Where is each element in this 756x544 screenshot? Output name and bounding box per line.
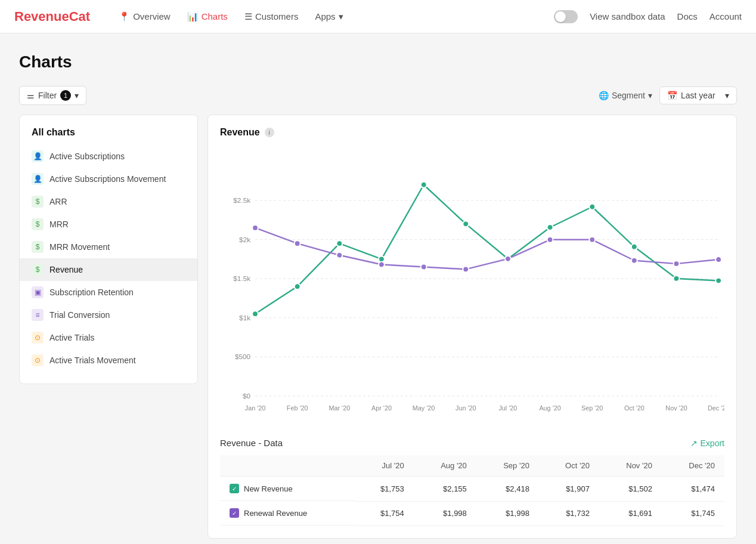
- sidebar-item-label: Active Trials Movement: [49, 356, 136, 365]
- chart-header: Revenue i: [220, 127, 724, 138]
- filter-icon: ⚌: [27, 91, 35, 100]
- view-sandbox-link[interactable]: View sandbox data: [590, 11, 665, 21]
- data-header: Revenue - Data ↗ Export: [220, 438, 724, 448]
- export-button[interactable]: ↗ Export: [690, 438, 724, 448]
- svg-text:$500: $500: [235, 353, 251, 361]
- svg-point-26: [336, 240, 342, 246]
- filter-button[interactable]: ⚌ Filter 1 ▾: [19, 86, 86, 105]
- table-cell: $1,474: [662, 477, 724, 502]
- svg-text:Jun '20: Jun '20: [456, 404, 476, 412]
- page-title: Charts: [19, 52, 737, 72]
- nav-customers[interactable]: ☰ Customers: [244, 11, 299, 22]
- svg-point-43: [547, 237, 553, 243]
- toolbar-right: 🌐 Segment ▾ 📅 Last year ▾: [599, 86, 737, 104]
- svg-point-34: [674, 276, 680, 282]
- sidebar-item-label: Revenue: [49, 265, 83, 274]
- nav-docs[interactable]: Docs: [677, 11, 698, 21]
- table-header: Dec '20: [662, 455, 724, 477]
- nav-account[interactable]: Account: [709, 11, 742, 21]
- customers-icon: ☰: [244, 11, 252, 22]
- toggle-knob: [555, 11, 566, 22]
- sidebar-item-active-trials-movement[interactable]: ⊙Active Trials Movement: [20, 349, 197, 372]
- chart-icon: 📊: [187, 11, 199, 22]
- sidebar-item-label: MRR Movement: [49, 242, 110, 252]
- sidebar-item-icon-trial-conversion: ≡: [32, 309, 44, 321]
- sidebar-item-revenue[interactable]: $Revenue: [20, 258, 197, 281]
- data-section: Revenue - Data ↗ Export Jul '20Aug '20Se…: [220, 438, 724, 526]
- svg-text:Apr '20: Apr '20: [371, 404, 392, 412]
- sandbox-toggle[interactable]: [554, 10, 578, 23]
- sidebar-item-icon-active-subscriptions-movement: 👤: [32, 173, 44, 185]
- table-row: ✓New Revenue$1,753$2,155$2,418$1,907$1,5…: [220, 477, 724, 502]
- svg-point-44: [589, 237, 595, 243]
- brand-logo[interactable]: RevenueCat: [14, 9, 90, 24]
- svg-text:$2k: $2k: [239, 236, 250, 244]
- svg-point-47: [715, 256, 721, 262]
- filter-badge: 1: [60, 90, 71, 101]
- row-checkbox[interactable]: ✓: [230, 484, 239, 493]
- svg-text:Feb '20: Feb '20: [287, 404, 308, 412]
- svg-point-35: [715, 278, 721, 284]
- table-cell: $1,754: [354, 501, 414, 526]
- table-cell: $1,732: [539, 501, 599, 526]
- sidebar-item-active-subscriptions-movement[interactable]: 👤Active Subscriptions Movement: [20, 168, 197, 190]
- svg-point-25: [295, 283, 300, 289]
- sidebar-item-trial-conversion[interactable]: ≡Trial Conversion: [20, 304, 197, 326]
- table-header: [220, 455, 354, 477]
- data-table: Jul '20Aug '20Sep '20Oct '20Nov '20Dec '…: [220, 455, 724, 526]
- checkmark-icon: ✓: [232, 486, 237, 492]
- date-select[interactable]: 📅 Last year ▾: [659, 86, 737, 104]
- svg-point-46: [674, 261, 680, 267]
- table-header: Oct '20: [539, 455, 599, 477]
- toolbar: ⚌ Filter 1 ▾ 🌐 Segment ▾ 📅 Last year ▾: [19, 86, 737, 105]
- location-icon: 📍: [119, 11, 130, 22]
- navbar: RevenueCat 📍 Overview 📊 Charts ☰ Custome…: [0, 0, 756, 33]
- svg-point-29: [463, 221, 469, 227]
- filter-chevron-icon: ▾: [75, 91, 79, 100]
- sidebar-item-subscription-retention[interactable]: ▣Subscription Retention: [20, 281, 197, 304]
- chart-container: $0$500$1k$1.5k$2k$2.5kJan '20Feb '20Mar …: [220, 147, 724, 424]
- sidebar-item-icon-mrr-movement: $: [32, 241, 44, 253]
- svg-text:Sep '20: Sep '20: [581, 404, 603, 412]
- sidebar-item-label: ARR: [49, 197, 67, 206]
- nav-overview[interactable]: 📍 Overview: [119, 11, 171, 22]
- row-checkbox[interactable]: ✓: [230, 508, 239, 518]
- nav-apps[interactable]: Apps ▾: [315, 11, 343, 22]
- sidebar-items-list: 👤Active Subscriptions👤Active Subscriptio…: [20, 145, 197, 372]
- sidebar-item-mrr-movement[interactable]: $MRR Movement: [20, 236, 197, 258]
- export-icon: ↗: [690, 438, 698, 448]
- svg-text:Oct '20: Oct '20: [624, 404, 645, 412]
- main-layout: All charts 👤Active Subscriptions👤Active …: [19, 115, 737, 539]
- sidebar-item-icon-mrr: $: [32, 218, 44, 230]
- sidebar-item-active-subscriptions[interactable]: 👤Active Subscriptions: [20, 145, 197, 168]
- table-row-label: ✓New Revenue: [220, 477, 354, 501]
- sidebar-item-label: Active Subscriptions Movement: [49, 174, 166, 184]
- table-header: Jul '20: [354, 455, 414, 477]
- sidebar-item-icon-revenue: $: [32, 264, 44, 276]
- svg-text:Aug '20: Aug '20: [539, 404, 560, 412]
- calendar-icon: 📅: [667, 91, 677, 100]
- svg-text:$1k: $1k: [239, 314, 250, 322]
- svg-text:$2.5k: $2.5k: [233, 196, 250, 205]
- svg-text:Mar '20: Mar '20: [329, 404, 350, 412]
- svg-text:Jul '20: Jul '20: [498, 404, 517, 412]
- svg-text:Jan '20: Jan '20: [245, 404, 266, 412]
- table-cell: $1,753: [354, 477, 414, 502]
- sidebar-item-mrr[interactable]: $MRR: [20, 213, 197, 236]
- sidebar-item-active-trials[interactable]: ⊙Active Trials: [20, 326, 197, 349]
- svg-point-31: [547, 224, 553, 230]
- sidebar-item-arr[interactable]: $ARR: [20, 190, 197, 213]
- svg-point-28: [421, 182, 427, 188]
- segment-chevron-icon: ▾: [648, 91, 652, 100]
- segment-button[interactable]: 🌐 Segment ▾: [599, 91, 652, 100]
- checkmark-icon: ✓: [232, 510, 237, 517]
- chevron-down-icon: ▾: [339, 11, 343, 22]
- svg-point-33: [631, 244, 637, 250]
- info-icon[interactable]: i: [265, 128, 274, 137]
- row-label-text: New Revenue: [244, 484, 293, 493]
- table-cell: $1,907: [539, 477, 599, 502]
- nav-charts[interactable]: 📊 Charts: [187, 11, 228, 22]
- svg-point-45: [631, 258, 637, 264]
- svg-text:$0: $0: [243, 392, 251, 400]
- svg-text:$1.5k: $1.5k: [233, 274, 250, 283]
